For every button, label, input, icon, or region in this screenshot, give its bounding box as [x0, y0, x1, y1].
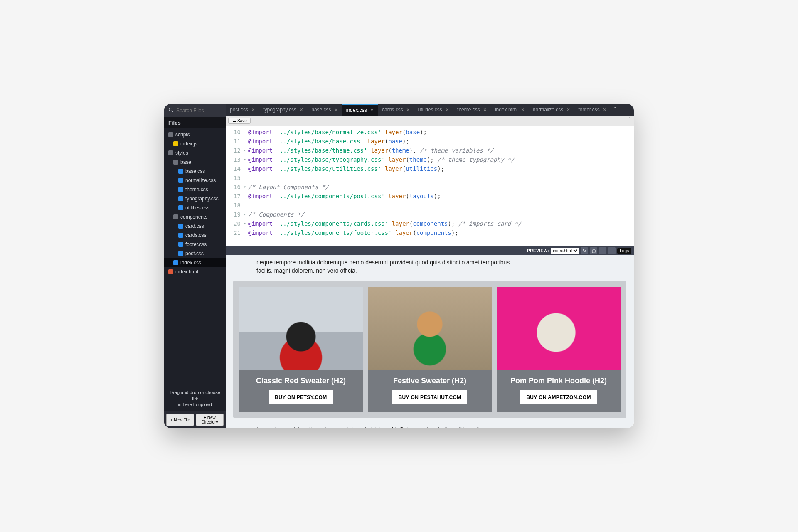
fold-icon[interactable]: ▾ [242, 155, 247, 164]
tree-item-label: index.js [180, 140, 197, 148]
code-line: @import '../styles/base/normalize.css' l… [247, 128, 427, 137]
tree-item-post-css[interactable]: post.css [164, 249, 226, 258]
tab-index-css[interactable]: index.css× [342, 104, 378, 116]
code-line [247, 201, 248, 210]
close-icon[interactable]: × [370, 107, 374, 113]
tabs-overflow-icon[interactable]: ˇ [611, 104, 619, 116]
css-icon [178, 178, 183, 183]
code-line: @import '../styles/components/post.css' … [247, 192, 441, 201]
tree-item-typography-css[interactable]: typography.css [164, 194, 226, 203]
tab-label: typography.css [263, 107, 296, 113]
line-number: 10 [226, 128, 242, 137]
tab-cards-css[interactable]: cards.css× [378, 104, 414, 116]
close-icon[interactable]: × [251, 106, 255, 113]
tree-item-cards-css[interactable]: cards.css [164, 231, 226, 240]
fold-icon[interactable]: ▾ [242, 182, 247, 192]
close-icon[interactable]: × [521, 106, 525, 113]
preview-file-select[interactable]: index.html [551, 248, 579, 254]
tab-label: cards.css [382, 107, 403, 113]
fold-icon [242, 228, 247, 237]
tab-normalize-css[interactable]: normalize.css× [529, 104, 574, 116]
new-directory-button[interactable]: + New Directory [196, 414, 224, 426]
search-row [164, 104, 226, 117]
plus-icon[interactable]: + [608, 247, 616, 254]
tab-utilities-css[interactable]: utilities.css× [414, 104, 453, 116]
svg-point-0 [169, 108, 172, 111]
tree-item-base[interactable]: base [164, 158, 226, 167]
preview-paragraph: neque tempore mollitia doloremque nemo d… [256, 258, 510, 275]
new-file-button[interactable]: + New File [166, 414, 194, 426]
tab-label: post.css [230, 107, 248, 113]
code-editor[interactable]: 10@import '../styles/base/normalize.css'… [226, 126, 634, 246]
tree-item-label: cards.css [185, 232, 207, 239]
tab-typography-css[interactable]: typography.css× [259, 104, 307, 116]
product-card: Classic Red Sweater (H2)BUY ON PETSY.COM [239, 287, 363, 412]
close-icon[interactable]: × [566, 106, 570, 113]
save-label: Save [237, 118, 247, 123]
tree-item-utilities-css[interactable]: utilities.css [164, 203, 226, 212]
tree-item-base-css[interactable]: base.css [164, 167, 226, 176]
tree-item-footer-css[interactable]: footer.css [164, 240, 226, 249]
fold-icon[interactable]: ▾ [242, 210, 247, 219]
folder-icon [173, 214, 178, 219]
tab-theme-css[interactable]: theme.css× [453, 104, 491, 116]
line-number: 16 [226, 182, 242, 192]
tree-item-card-css[interactable]: card.css [164, 222, 226, 231]
drop-area[interactable]: Drag and drop or choose file in here to … [164, 385, 226, 411]
search-input[interactable] [176, 108, 222, 113]
preview-toolbar: PREVIEW: index.html ↻ ▢ − + Logs [226, 246, 634, 255]
fold-icon[interactable]: ▾ [242, 146, 247, 155]
code-line: @import '../styles/base/base.css' layer(… [247, 137, 409, 146]
code-line: @import '../styles/components/cards.css'… [247, 219, 522, 228]
refresh-icon[interactable]: ↻ [581, 247, 588, 254]
css-icon [178, 242, 183, 247]
save-button[interactable]: ☁ Save [228, 118, 251, 124]
tree-item-styles[interactable]: styles [164, 148, 226, 158]
logs-button[interactable]: Logs [617, 248, 631, 254]
product-card: Festive Sweater (H2)BUY ON PESTAHUT.COM [368, 287, 492, 412]
buy-button[interactable]: BUY ON PESTAHUT.COM [392, 390, 467, 404]
close-icon[interactable]: × [335, 106, 338, 113]
fold-icon [242, 128, 247, 137]
tab-footer-css[interactable]: footer.css× [574, 104, 611, 116]
tab-post-css[interactable]: post.css× [226, 104, 259, 116]
css-icon [178, 251, 183, 256]
code-line: @import '../styles/base/typography.css' … [247, 155, 515, 164]
css-icon [178, 205, 183, 210]
close-icon[interactable]: × [603, 106, 606, 113]
buy-button[interactable]: BUY ON PETSY.COM [269, 390, 333, 404]
close-icon[interactable]: × [446, 106, 449, 113]
fold-icon [242, 137, 247, 146]
fold-icon[interactable]: ▾ [242, 219, 247, 228]
tab-index-html[interactable]: index.html× [491, 104, 529, 116]
product-image [497, 287, 621, 370]
line-number: 11 [226, 137, 242, 146]
tree-item-normalize-css[interactable]: normalize.css [164, 176, 226, 185]
tree-item-index-html[interactable]: index.html [164, 267, 226, 276]
toolbar-more-icon[interactable]: ˇ [629, 117, 631, 124]
tree-item-index-js[interactable]: index.js [164, 139, 226, 148]
minus-icon[interactable]: − [599, 247, 606, 254]
tree-item-index-css[interactable]: index.css [164, 258, 226, 267]
buy-button[interactable]: BUY ON AMPETZON.COM [520, 390, 597, 404]
files-header: Files [164, 117, 226, 128]
search-icon [168, 107, 174, 114]
tree-item-theme-css[interactable]: theme.css [164, 185, 226, 194]
tab-base-css[interactable]: base.css× [307, 104, 342, 116]
main-pane: post.css×typography.css×base.css×index.c… [226, 104, 634, 428]
code-line: @import '../styles/components/footer.css… [247, 228, 458, 237]
product-title: Classic Red Sweater (H2) [253, 370, 349, 390]
sidebar: Files scriptsindex.jsstylesbasebase.cssn… [164, 104, 226, 428]
line-number: 12 [226, 146, 242, 155]
close-icon[interactable]: × [406, 106, 410, 113]
preview-pane[interactable]: neque tempore mollitia doloremque nemo d… [226, 255, 634, 428]
tree-item-scripts[interactable]: scripts [164, 130, 226, 139]
close-icon[interactable]: × [483, 106, 487, 113]
close-icon[interactable]: × [300, 106, 303, 113]
tree-item-components[interactable]: components [164, 212, 226, 222]
popout-icon[interactable]: ▢ [590, 247, 597, 254]
tab-label: index.html [495, 107, 518, 113]
line-number: 13 [226, 155, 242, 164]
line-number: 14 [226, 164, 242, 173]
fold-icon [242, 192, 247, 201]
